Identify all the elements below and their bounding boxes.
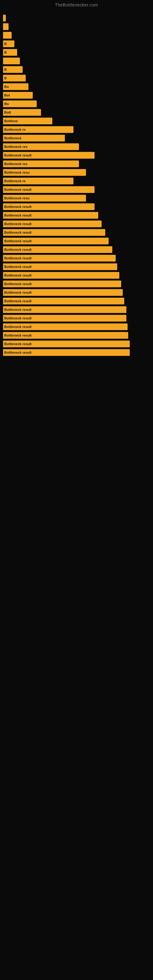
bar-row: Bottleneck result [3,255,150,261]
bar-row: Bottleneck result [3,212,150,219]
bar-28: Bottleneck result [3,255,116,261]
bar-row: Bott [3,109,150,116]
bar-row: B [3,66,150,73]
bar-label-30: Bottleneck result [4,274,32,277]
bar-row: Bottleneck re [3,178,150,185]
bar-label-29: Bottleneck result [4,265,32,269]
bar-17: Bottleneck res [3,161,79,167]
bar-row: Bottleneck result [3,263,150,270]
bar-label-20: Bottleneck result [4,188,32,191]
bar-row [3,57,150,64]
bar-row: Bottleneck result [3,229,150,236]
bar-row: Bottleneck result [3,323,150,330]
bar-row: Bottleneck result [3,246,150,253]
bar-label-19: Bottleneck re [4,179,26,183]
bar-label-37: Bottleneck result [4,334,32,337]
bar-row: B [3,40,150,47]
bar-6: B [3,66,22,73]
bar-label-35: Bottleneck result [4,317,32,320]
bar-row: Bottleneck result [3,289,150,296]
bar-row: Bottleneck result [3,306,150,313]
bar-row: Bo [3,83,150,90]
bar-13: Bottleneck re [3,126,73,133]
bar-0 [3,15,6,21]
bar-11: Bott [3,109,41,116]
bar-18: Bottleneck resu [3,169,86,176]
bar-row: Bottlene [3,118,150,124]
bar-label-22: Bottleneck result [4,205,32,208]
bar-row [3,23,150,30]
bar-row: Bottleneck result [3,315,150,321]
bar-label-34: Bottleneck result [4,308,32,312]
bar-row [3,15,150,21]
bar-label-33: Bottleneck result [4,299,32,303]
bar-row: B [3,49,150,56]
bar-label-12: Bottlene [4,119,18,123]
bar-33: Bottleneck result [3,298,124,304]
bar-row: B [3,75,150,81]
bar-row: Bottleneck re [3,126,150,133]
bar-row: Bottleneck result [3,221,150,227]
bar-label-32: Bottleneck result [4,291,32,294]
bar-row: Bot [3,92,150,99]
bar-9: Bot [3,92,33,99]
bar-row: Bottleneck result [3,298,150,304]
bar-7: B [3,75,26,81]
bar-row [3,32,150,38]
bar-16: Bottleneck result [3,152,94,159]
bar-label-24: Bottleneck result [4,222,32,226]
bar-label-31: Bottleneck result [4,282,32,286]
bar-25: Bottleneck result [3,229,105,236]
bar-row: Bottleneck resu [3,169,150,176]
bar-row: Bottleneck result [3,186,150,193]
bar-8: Bo [3,83,29,90]
bar-row: Bottleneck result [3,340,150,347]
bar-23: Bottleneck result [3,212,98,219]
bar-label-14: Bottleneck [4,136,21,140]
bar-label-18: Bottleneck resu [4,170,30,174]
bar-row: Bottleneck result [3,152,150,159]
bar-row: Bottleneck [3,135,150,142]
bar-30: Bottleneck result [3,272,120,279]
bar-20: Bottleneck result [3,186,94,193]
bar-10: Bo [3,100,37,107]
bar-row: Bottleneck result [3,349,150,356]
bar-label-39: Bottleneck result [4,351,32,354]
bar-label-38: Bottleneck result [4,342,32,346]
bar-label-7: B [4,76,7,80]
bar-15: Bottleneck res [3,143,79,150]
bar-label-10: Bo [4,102,9,106]
bar-row: Bottleneck result [3,238,150,244]
bar-29: Bottleneck result [3,263,117,270]
bar-21: Bottleneck resu [3,195,86,202]
bar-label-4: B [4,51,7,54]
bar-27: Bottleneck result [3,246,112,253]
bar-1 [3,23,9,30]
bar-26: Bottleneck result [3,238,108,244]
bar-19: Bottleneck re [3,178,73,185]
bar-36: Bottleneck result [3,323,128,330]
bar-label-6: B [4,68,7,72]
bar-label-15: Bottleneck res [4,145,27,148]
bars-container: BBBBBoBotBoBottBottleneBottleneck reBott… [0,9,153,361]
bar-label-28: Bottleneck result [4,256,32,260]
bar-label-13: Bottleneck re [4,128,26,131]
bar-row: Bottleneck result [3,272,150,279]
bar-label-36: Bottleneck result [4,325,32,329]
bar-39: Bottleneck result [3,349,130,356]
bar-38: Bottleneck result [3,340,130,347]
bar-row: Bottleneck res [3,143,150,150]
bar-label-21: Bottleneck resu [4,196,30,200]
bar-label-23: Bottleneck result [4,213,32,217]
bar-31: Bottleneck result [3,280,121,287]
bar-35: Bottleneck result [3,315,126,321]
bar-row: Bottleneck result [3,204,150,210]
bar-row: Bottleneck result [3,332,150,339]
bar-14: Bottleneck [3,135,65,142]
bar-5 [3,57,20,64]
bar-label-26: Bottleneck result [4,239,32,243]
bar-2 [3,32,12,38]
bar-label-11: Bott [4,111,11,114]
bar-row: Bottleneck result [3,280,150,287]
bar-22: Bottleneck result [3,204,94,210]
